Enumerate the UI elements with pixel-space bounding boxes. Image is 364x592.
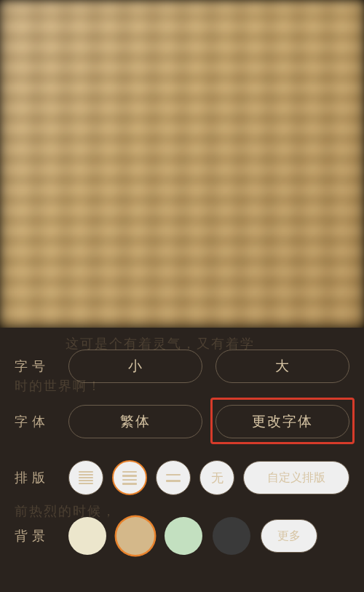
bg-more-button[interactable]: 更多 bbox=[261, 519, 317, 553]
font-size-decrease-button[interactable]: 小 bbox=[68, 350, 202, 383]
bg-swatch-dark[interactable] bbox=[213, 517, 250, 555]
font-size-label: 字号 bbox=[15, 358, 55, 375]
bg-swatch-green[interactable] bbox=[165, 517, 202, 555]
layout-custom-button[interactable]: 自定义排版 bbox=[243, 461, 349, 494]
font-size-increase-text: 大 bbox=[275, 357, 290, 376]
change-font-text: 更改字体 bbox=[252, 412, 313, 431]
bg-swatch-cream[interactable] bbox=[68, 517, 106, 555]
font-size-decrease-text: 小 bbox=[128, 357, 143, 376]
bg-more-text: 更多 bbox=[277, 529, 301, 544]
traditional-toggle-button[interactable]: 繁体 bbox=[68, 405, 202, 438]
layout-tight-button[interactable] bbox=[68, 460, 103, 495]
font-face-label: 字体 bbox=[15, 413, 55, 430]
layout-none-button[interactable]: 无 bbox=[199, 460, 234, 495]
layout-normal-button[interactable] bbox=[112, 460, 147, 495]
traditional-toggle-text: 繁体 bbox=[120, 412, 151, 431]
lines-loose-icon bbox=[166, 474, 181, 482]
bg-swatch-tan[interactable] bbox=[116, 517, 154, 555]
reader-settings-panel: 这可是个有着灵气，又有着学 时的世界啊！ 前热烈的时候， 字号 小 大 字体 繁… bbox=[0, 328, 364, 592]
change-font-button[interactable]: 更改字体 bbox=[215, 405, 349, 438]
layout-custom-text: 自定义排版 bbox=[267, 470, 325, 486]
background-label: 背景 bbox=[15, 527, 55, 545]
font-size-row: 字号 小 大 bbox=[15, 350, 349, 383]
lines-tight-icon bbox=[79, 471, 93, 484]
layout-label: 排版 bbox=[15, 469, 55, 486]
lines-normal-icon bbox=[122, 471, 137, 485]
font-face-row: 字体 繁体 更改字体 bbox=[15, 405, 349, 438]
background-row: 背景 更多 bbox=[15, 517, 349, 555]
layout-loose-button[interactable] bbox=[156, 460, 191, 495]
reading-content-pixelation bbox=[0, 0, 364, 328]
layout-row: 排版 无 自定义排版 bbox=[15, 460, 349, 495]
font-size-increase-button[interactable]: 大 bbox=[215, 350, 349, 383]
layout-none-text: 无 bbox=[211, 470, 223, 486]
